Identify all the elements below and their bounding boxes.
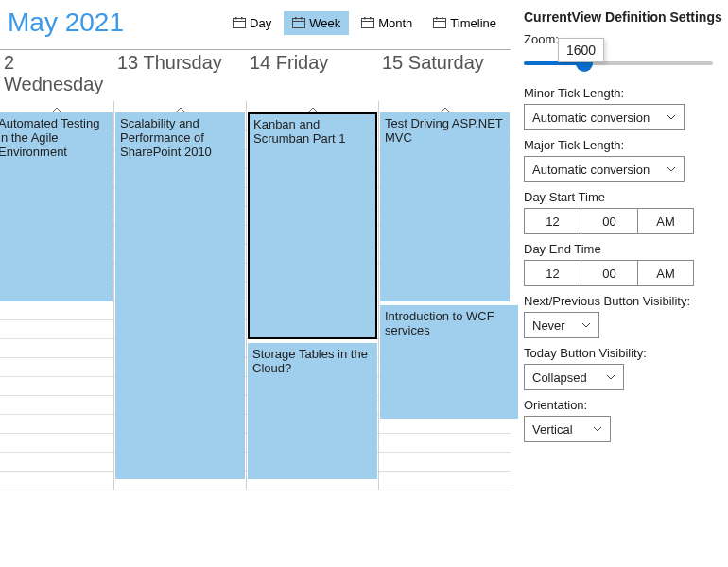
calendar-event-selected[interactable]: Kanban and Scrumban Part 1 [248,112,377,339]
ampm-field[interactable]: AM [637,260,694,286]
day-end-label: Day End Time [524,242,728,256]
zoom-label: Zoom: [524,32,728,46]
dropdown-value: Collapsed [532,370,587,385]
minute-field[interactable]: 00 [581,208,637,234]
svg-rect-14 [436,17,438,20]
svg-rect-10 [364,17,366,20]
calendar-title: May 2021 [8,8,124,38]
calendar-icon [361,17,374,28]
day-column[interactable]: Kanban and Scrumban Part 1 Storage Table… [246,112,378,490]
chevron-down-icon [667,114,676,120]
scroll-up-row [0,97,511,112]
day-column[interactable]: Test Driving ASP.NET MVC Introduction to… [378,112,511,490]
orientation-dropdown[interactable]: Vertical [524,416,611,442]
svg-rect-3 [241,17,243,20]
day-headers-row: 2 Wednesday 13 Thursday 14 Friday 15 Sat… [0,45,511,97]
chevron-down-icon [581,322,591,328]
view-day-button[interactable]: Day [224,11,280,35]
view-timeline-label: Timeline [450,16,496,30]
nav-visibility-dropdown[interactable]: Never [524,312,599,338]
today-visibility-dropdown[interactable]: Collapsed [524,364,624,390]
view-day-label: Day [250,16,271,30]
settings-heading: CurrentView Definition Settings [524,9,728,25]
svg-rect-11 [370,17,372,20]
view-week-label: Week [309,16,340,30]
svg-rect-8 [362,19,374,28]
orientation-label: Orientation: [524,398,728,412]
hour-field[interactable]: 12 [524,208,581,234]
svg-rect-2 [235,17,237,20]
calendar-icon [292,17,305,28]
calendar-event[interactable]: Test Driving ASP.NET MVC [380,112,510,301]
scroll-up-button[interactable] [246,101,378,112]
day-header[interactable]: 2 Wednesday [0,49,113,97]
view-switch: Day Week Month Timeline [224,11,505,35]
app-root: May 2021 Day Week Month Timeline [0,0,728,567]
minor-tick-dropdown[interactable]: Automatic conversion [524,104,685,130]
calendar-event[interactable]: Scalability and Performance of SharePoin… [115,112,245,479]
view-week-button[interactable]: Week [284,11,349,35]
dropdown-value: Automatic conversion [532,111,650,125]
calendar-icon [233,17,246,28]
minute-field[interactable]: 00 [581,260,637,286]
svg-rect-7 [301,17,303,20]
view-month-button[interactable]: Month [353,11,421,35]
calendar-header: May 2021 Day Week Month Timeline [0,0,511,45]
zoom-tooltip: 1600 [558,38,604,62]
day-header[interactable]: 13 Thursday [113,49,246,76]
settings-pane: CurrentView Definition Settings Zoom: Mi… [511,0,728,567]
nav-visibility-label: Next/Previous Button Visibility: [524,294,728,308]
chevron-down-icon [667,166,676,172]
svg-rect-15 [442,17,443,20]
hour-field[interactable]: 12 [524,260,581,286]
svg-rect-6 [295,17,297,20]
chevron-down-icon [593,426,602,432]
today-visibility-label: Today Button Visibility: [524,346,728,360]
calendar-event[interactable]: Introduction to WCF services [380,305,518,419]
ampm-field[interactable]: AM [637,208,694,234]
calendar-event[interactable]: Storage Tables in the Cloud? [248,343,377,479]
day-column[interactable]: Automated Testing in the Agile Environme… [0,112,113,490]
dropdown-value: Automatic conversion [532,163,650,177]
day-column[interactable]: Scalability and Performance of SharePoin… [113,112,246,490]
view-month-label: Month [378,16,412,30]
svg-rect-0 [234,19,246,28]
zoom-slider[interactable] [524,50,713,78]
svg-rect-12 [434,19,446,28]
scroll-up-button[interactable] [378,101,511,112]
minor-tick-label: Minor Tick Length: [524,86,728,100]
day-start-time-picker[interactable]: 12 00 AM [524,208,728,234]
dropdown-value: Vertical [532,422,573,437]
dropdown-value: Never [532,318,565,333]
chevron-down-icon [606,374,615,380]
day-header[interactable]: 15 Saturday [378,49,511,76]
day-start-label: Day Start Time [524,190,728,204]
calendar-grid[interactable]: Automated Testing in the Agile Environme… [0,112,511,490]
scroll-up-button[interactable] [0,101,113,112]
major-tick-dropdown[interactable]: Automatic conversion [524,156,685,182]
calendar-pane: May 2021 Day Week Month Timeline [0,0,511,567]
major-tick-label: Major Tick Length: [524,138,728,152]
day-header[interactable]: 14 Friday [246,49,378,76]
svg-rect-4 [293,19,305,28]
view-timeline-button[interactable]: Timeline [425,11,505,35]
day-end-time-picker[interactable]: 12 00 AM [524,260,728,286]
calendar-event[interactable]: Automated Testing in the Agile Environme… [0,112,113,301]
scroll-up-button[interactable] [113,101,246,112]
calendar-icon [433,17,446,28]
